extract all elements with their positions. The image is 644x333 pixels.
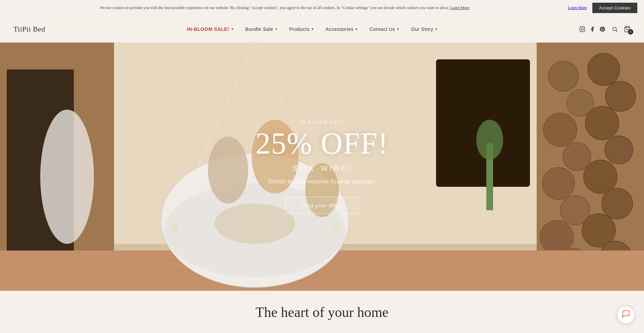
hero-description: Stylish teepee-inspired floating daybeds…	[256, 179, 389, 185]
chevron-down-icon: ▾	[356, 27, 358, 31]
hero-sale-tag: IN BLOOM SALE	[256, 120, 389, 124]
nav-item-contact: Contact Us ▾	[364, 26, 405, 32]
nav-item-products: Products ▾	[283, 26, 320, 32]
learn-more-link[interactable]: Learn More	[450, 5, 469, 10]
chevron-down-icon: ▾	[312, 27, 314, 31]
nav-icons: 0	[579, 26, 631, 33]
svg-line-4	[616, 30, 617, 32]
svg-point-3	[613, 27, 616, 31]
chat-icon	[622, 310, 630, 320]
social-icons	[579, 26, 606, 33]
nav-link-products[interactable]: Products ▾	[283, 26, 320, 32]
search-button[interactable]	[612, 26, 618, 32]
facebook-icon[interactable]	[589, 26, 596, 33]
svg-point-2	[583, 27, 584, 28]
nav-link-contact[interactable]: Contact Us ▾	[364, 26, 405, 32]
pinterest-icon[interactable]	[599, 26, 606, 33]
nav-item-sale: IN-BLOOM SALE! ▾	[181, 26, 239, 32]
instagram-icon[interactable]	[579, 26, 586, 33]
cookie-banner: We use cookies to provide you with the b…	[0, 0, 644, 16]
chevron-down-icon: ▾	[231, 27, 233, 31]
hero-floor	[0, 251, 644, 291]
hero-cta-button[interactable]: Find your Bliss	[285, 197, 359, 214]
hero-subtitle: SITE-WIDE!	[256, 164, 389, 173]
svg-point-1	[581, 28, 584, 30]
hero-title: 25% OFF!	[256, 128, 389, 159]
bottom-section: The heart of your home	[0, 291, 644, 327]
bottom-section-title: The heart of your home	[7, 304, 637, 320]
site-logo[interactable]: TiiPii Bed	[13, 25, 45, 34]
svg-rect-0	[580, 26, 585, 32]
accept-cookies-button[interactable]: Accept Cookies	[592, 3, 637, 13]
nav-link-story[interactable]: Our Story ▾	[405, 26, 443, 32]
nav-item-accessories: Accessories ▾	[320, 26, 364, 32]
nav-link-accessories[interactable]: Accessories ▾	[320, 26, 364, 32]
hero-section: IN BLOOM SALE 25% OFF! SITE-WIDE! Stylis…	[0, 43, 644, 291]
nav-item-bundle: Bundle Sale ▾	[239, 26, 283, 32]
navbar: TiiPii Bed IN-BLOOM SALE! ▾ Bundle Sale …	[0, 16, 644, 43]
hero-content: IN BLOOM SALE 25% OFF! SITE-WIDE! Stylis…	[256, 120, 389, 214]
cart-button[interactable]: 0	[624, 26, 631, 33]
nav-links: IN-BLOOM SALE! ▾ Bundle Sale ▾ Products …	[45, 26, 579, 32]
nav-link-bundle[interactable]: Bundle Sale ▾	[239, 26, 283, 32]
chevron-down-icon: ▾	[275, 27, 277, 31]
chevron-down-icon: ▾	[397, 27, 399, 31]
nav-link-sale[interactable]: IN-BLOOM SALE! ▾	[181, 26, 239, 32]
cart-count: 0	[628, 29, 633, 35]
learn-more-link[interactable]: Learn More	[568, 5, 587, 10]
chevron-down-icon: ▾	[435, 27, 437, 31]
nav-item-story: Our Story ▾	[405, 26, 443, 32]
cookie-banner-text: We use cookies to provide you with the b…	[7, 5, 562, 10]
chat-button[interactable]	[617, 306, 635, 324]
